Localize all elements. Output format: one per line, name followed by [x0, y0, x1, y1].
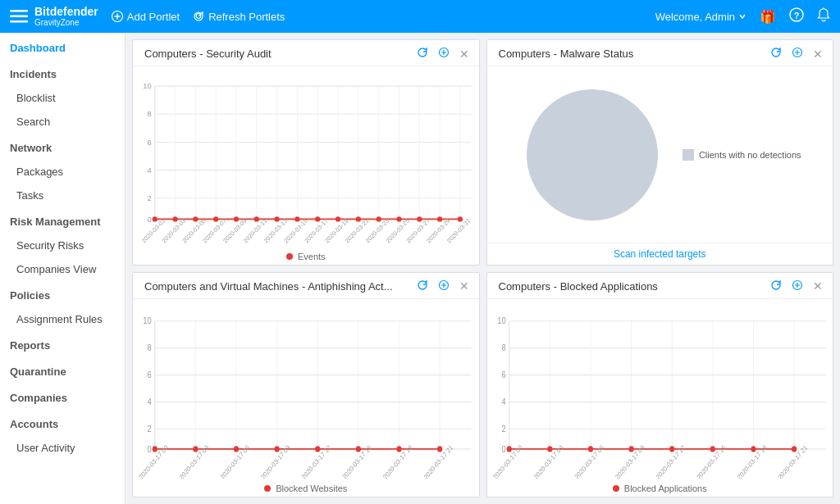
- sidebar-item-reports[interactable]: Reports: [0, 331, 125, 357]
- svg-text:0: 0: [147, 214, 151, 223]
- svg-point-138: [547, 446, 552, 452]
- edit-security-audit-button[interactable]: [436, 47, 451, 61]
- svg-text:6: 6: [147, 370, 151, 379]
- content-grid: Computers - Security Audit ✕ 10 8 6: [126, 33, 840, 504]
- close-malware-button[interactable]: ✕: [811, 48, 824, 61]
- svg-text:?: ?: [794, 11, 800, 20]
- svg-text:4: 4: [501, 397, 505, 406]
- svg-point-98: [153, 446, 158, 452]
- sidebar-item-assignment-rules[interactable]: Assignment Rules: [0, 307, 125, 331]
- topnav: Bitdefender GravityZone Add Portlet Refr…: [0, 0, 840, 33]
- portlet-header-blocked-apps: Computers - Blocked Applications ✕: [487, 273, 833, 299]
- svg-text:10: 10: [497, 316, 506, 325]
- sidebar-item-quarantine[interactable]: Quarantine: [0, 357, 125, 384]
- svg-point-103: [356, 446, 361, 452]
- portlet-header-antiphishing: Computers and Virtual Machines - Antiphi…: [133, 273, 479, 299]
- portlet-body-blocked-apps: 10 8 6 4 2 0: [487, 299, 833, 483]
- sidebar-item-companies[interactable]: Companies: [0, 384, 125, 410]
- sidebar-item-search[interactable]: Search: [0, 110, 125, 134]
- refresh-icon: [770, 47, 782, 58]
- help-icon-button[interactable]: ?: [789, 7, 804, 25]
- pie-legend: Clients with no detections: [682, 149, 801, 161]
- svg-text:8: 8: [501, 343, 505, 352]
- add-portlet-button[interactable]: Add Portlet: [112, 11, 180, 23]
- legend-dot: [264, 485, 271, 492]
- sidebar-item-tasks[interactable]: Tasks: [0, 184, 125, 207]
- edit-malware-button[interactable]: [790, 47, 805, 61]
- svg-text:0: 0: [501, 443, 505, 453]
- edit-blocked-apps-button[interactable]: [790, 279, 805, 293]
- scan-infected-targets-link[interactable]: Scan infected targets: [487, 243, 833, 265]
- svg-text:2: 2: [501, 424, 505, 434]
- svg-text:10: 10: [143, 81, 151, 90]
- svg-text:10: 10: [143, 316, 152, 325]
- svg-text:2: 2: [147, 193, 151, 202]
- menu-icon[interactable]: [10, 7, 28, 25]
- sidebar-item-incidents[interactable]: Incidents: [0, 60, 125, 86]
- svg-text:8: 8: [147, 343, 151, 352]
- sidebar-item-accounts[interactable]: Accounts: [0, 410, 125, 436]
- svg-point-143: [751, 446, 756, 452]
- portlet-title-malware: Computers - Malware Status: [499, 48, 769, 60]
- close-security-audit-button[interactable]: ✕: [458, 48, 471, 61]
- svg-text:6: 6: [147, 138, 151, 147]
- svg-point-137: [506, 446, 511, 452]
- svg-point-142: [710, 446, 714, 452]
- sidebar-item-packages[interactable]: Packages: [0, 160, 125, 184]
- refresh-portlets-button[interactable]: Refresh Portlets: [193, 11, 285, 23]
- gift-icon-button[interactable]: 🎁: [760, 9, 776, 25]
- antiphishing-legend: Blocked Websites: [133, 482, 479, 497]
- portlet-header-security-audit: Computers - Security Audit ✕: [133, 40, 479, 66]
- legend-dot: [613, 485, 619, 492]
- refresh-antiphishing-button[interactable]: [415, 279, 430, 293]
- svg-point-144: [791, 446, 796, 452]
- brand-title: Bitdefender: [34, 6, 98, 18]
- sidebar-item-policies[interactable]: Policies: [0, 281, 125, 307]
- edit-icon: [792, 47, 803, 58]
- sidebar-item-network[interactable]: Network: [0, 134, 125, 160]
- portlet-antiphishing: Computers and Virtual Machines - Antiphi…: [132, 272, 480, 498]
- sidebar-item-security-risks[interactable]: Security Risks: [0, 234, 125, 257]
- welcome-text: Welcome, Admin: [655, 11, 746, 23]
- sidebar-item-user-activity[interactable]: User Activity: [0, 436, 125, 460]
- sidebar-item-companies-view[interactable]: Companies View: [0, 257, 125, 281]
- legend-color-no-detections: [682, 149, 694, 161]
- portlet-body-malware: Clients with no detections: [487, 66, 833, 243]
- edit-antiphishing-button[interactable]: [436, 279, 451, 293]
- security-audit-legend: Events: [133, 250, 479, 265]
- sidebar-item-risk-management[interactable]: Risk Management: [0, 207, 125, 234]
- notifications-icon-button[interactable]: [817, 7, 830, 25]
- svg-point-99: [193, 446, 198, 452]
- svg-rect-0: [10, 10, 28, 12]
- svg-point-141: [669, 446, 674, 452]
- refresh-icon: [417, 279, 428, 291]
- close-antiphishing-button[interactable]: ✕: [458, 279, 471, 293]
- add-icon: [112, 11, 123, 22]
- portlet-title-security-audit: Computers - Security Audit: [144, 48, 415, 60]
- pie-chart-area: Clients with no detections: [491, 71, 830, 239]
- svg-rect-2: [10, 20, 28, 23]
- refresh-icon: [417, 47, 428, 58]
- portlet-header-malware: Computers - Malware Status ✕: [487, 40, 833, 66]
- svg-point-74: [527, 89, 658, 220]
- edit-icon: [438, 279, 450, 291]
- refresh-blocked-apps-button[interactable]: [769, 279, 783, 293]
- bell-icon: [817, 7, 830, 22]
- svg-text:6: 6: [501, 370, 505, 379]
- svg-point-100: [234, 446, 239, 452]
- chevron-down-icon: [738, 12, 746, 20]
- svg-text:0: 0: [147, 443, 151, 453]
- portlet-body-antiphishing: 10 8 6 4 2 0: [133, 299, 479, 483]
- portlet-malware-status: Computers - Malware Status ✕: [486, 39, 834, 266]
- refresh-security-audit-button[interactable]: [415, 47, 430, 61]
- svg-text:4: 4: [147, 397, 151, 406]
- portlet-security-audit: Computers - Security Audit ✕ 10 8 6: [132, 39, 480, 266]
- refresh-malware-button[interactable]: [769, 47, 783, 61]
- sidebar-item-blocklist[interactable]: Blocklist: [0, 86, 125, 110]
- sidebar-item-dashboard[interactable]: Dashboard: [0, 36, 125, 60]
- svg-text:2: 2: [147, 424, 151, 434]
- help-icon: ?: [789, 7, 804, 22]
- topnav-right: Welcome, Admin 🎁 ?: [655, 7, 830, 25]
- svg-point-104: [396, 446, 401, 452]
- close-blocked-apps-button[interactable]: ✕: [811, 279, 824, 293]
